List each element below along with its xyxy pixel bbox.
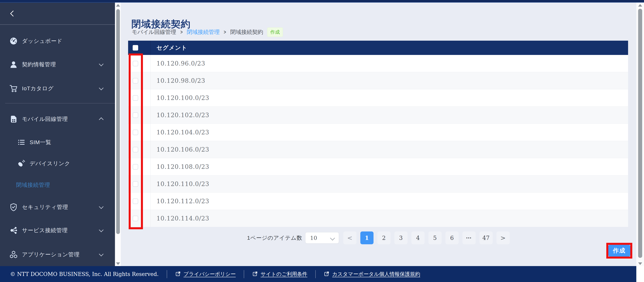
breadcrumb-separator: > (180, 29, 182, 35)
scrollbar-thumb[interactable] (116, 9, 120, 234)
breadcrumb-link[interactable]: 閉域接続管理 (187, 28, 220, 36)
copyright-text: © NTT DOCOMO BUSINESS, Inc. All Rights R… (10, 271, 159, 277)
dashboard-icon (9, 37, 18, 45)
segment-table: セグメント 10.120.96.0/2310.120.98.0/2310.120… (128, 41, 628, 227)
table-body: 10.120.96.0/2310.120.98.0/2310.120.100.0… (128, 55, 628, 227)
breadcrumb-item: モバイル回線管理 (132, 28, 176, 36)
scroll-down-arrow-icon[interactable] (638, 262, 642, 265)
row-checkbox-cell (128, 175, 150, 192)
row-checkbox-cell (128, 107, 150, 124)
page-size-select[interactable]: 10 (305, 232, 339, 243)
row-checkbox[interactable] (133, 181, 138, 187)
pagination-page-47-button[interactable]: 47 (480, 231, 493, 244)
user-icon (9, 60, 18, 69)
row-checkbox-cell (128, 210, 150, 227)
create-status-badge: 作成 (267, 28, 283, 37)
row-checkbox[interactable] (133, 112, 138, 118)
sidebar-item-closed-network[interactable]: 閉域接続管理 (0, 179, 115, 190)
footer-divider (244, 270, 244, 278)
table-row: 10.120.114.0/23 (128, 210, 628, 227)
pagination-page-6-button[interactable]: 6 (446, 231, 458, 244)
scroll-up-arrow-icon[interactable] (638, 4, 642, 7)
sidebar-item-label: 閉域接続管理 (16, 181, 50, 189)
sidebar-item-service-connect[interactable]: サービス接続管理 (0, 225, 115, 236)
row-checkbox[interactable] (133, 164, 138, 170)
footer-link-privacy[interactable]: プライバシーポリシー (175, 271, 236, 277)
row-checkbox-cell (128, 124, 150, 141)
cart-icon (9, 84, 18, 93)
segment-cell: 10.120.98.0/23 (150, 72, 628, 89)
pagination-page-1-button[interactable]: 1 (360, 231, 374, 244)
pagination-ellipsis-button[interactable]: ••• (462, 231, 476, 244)
satellite-icon (17, 159, 26, 168)
segment-cell: 10.120.112.0/23 (150, 193, 628, 210)
segment-cell: 10.120.96.0/23 (150, 55, 628, 72)
create-button[interactable]: 作成 (608, 245, 630, 256)
row-checkbox[interactable] (133, 95, 138, 101)
row-checkbox[interactable] (133, 78, 138, 84)
sidebar-item-sim-list[interactable]: SIM一覧 (0, 137, 115, 148)
sidebar-item-label: SIM一覧 (30, 139, 51, 146)
pagination-page-2-button[interactable]: 2 (377, 231, 390, 244)
sidebar-item-label: 契約情報管理 (22, 61, 56, 68)
sidebar-item-label: アプリケーション管理 (22, 251, 80, 258)
footer-link-label: プライバシーポリシー (184, 271, 236, 277)
footer-link-terms[interactable]: サイトのご利用条件 (252, 271, 307, 277)
row-checkbox[interactable] (133, 130, 138, 135)
chevron-down-icon (99, 86, 104, 90)
pagination: 1ページのアイテム数 10 <123456•••47> (247, 231, 510, 244)
sidebar-item-contract-info[interactable]: 契約情報管理 (0, 59, 115, 70)
footer-link-personal-info[interactable]: カスタマーポータル個人情報保護規約 (324, 271, 420, 277)
sidebar-item-label: サービス接続管理 (22, 227, 68, 234)
sidebar-item-mobile-line[interactable]: モバイル回線管理 (0, 114, 115, 125)
scroll-up-arrow-icon[interactable] (116, 4, 120, 7)
sidebar-item-security[interactable]: セキュリティ管理 (0, 202, 115, 213)
segment-cell: 10.120.110.0/23 (150, 175, 628, 192)
sidebar-item-application[interactable]: アプリケーション管理 (0, 249, 115, 260)
app-window: ダッシュボード 契約情報管理 IoTカタログ モバイル回線管理 (0, 0, 644, 282)
row-checkbox-cell (128, 141, 150, 158)
row-checkbox-cell (128, 72, 150, 89)
external-link-icon (175, 271, 181, 277)
content-scrollbar-left (115, 3, 121, 266)
row-checkbox[interactable] (133, 147, 138, 152)
pagination-page-4-button[interactable]: 4 (412, 231, 424, 244)
pagination-page-3-button[interactable]: 3 (394, 231, 408, 244)
breadcrumb-item: 閉域接続契約 (230, 28, 263, 36)
select-all-checkbox[interactable] (133, 45, 138, 51)
sidebar-collapse-button[interactable] (10, 11, 16, 17)
pagination-next-button[interactable]: > (496, 231, 510, 244)
list-icon (17, 138, 26, 147)
scrollbar-thumb[interactable] (638, 9, 642, 258)
sidebar-divider (5, 103, 115, 103)
sidebar-item-dashboard[interactable]: ダッシュボード (0, 36, 115, 47)
segment-cell: 10.120.102.0/23 (150, 107, 628, 124)
row-checkbox[interactable] (133, 198, 138, 204)
segment-cell: 10.120.104.0/23 (150, 124, 628, 141)
page-button-list: <123456•••47> (343, 231, 510, 244)
footer: © NTT DOCOMO BUSINESS, Inc. All Rights R… (0, 266, 636, 282)
window-scrollbar-right (636, 3, 644, 266)
chevron-up-icon (99, 117, 104, 122)
annotation-red-box-create: 作成 (606, 243, 632, 258)
breadcrumb-separator: > (224, 29, 226, 35)
footer-link-label: サイトのご利用条件 (260, 271, 307, 277)
sidebar-item-label: デバイスリンク (30, 160, 70, 167)
row-checkbox[interactable] (133, 216, 138, 221)
sidebar-item-iot-catalog[interactable]: IoTカタログ (0, 83, 115, 94)
chevron-down-icon (99, 252, 104, 256)
pagination-prev-button[interactable]: < (343, 231, 356, 244)
sidebar-item-label: モバイル回線管理 (22, 115, 68, 123)
row-checkbox-cell (128, 193, 150, 210)
chevron-down-icon (99, 228, 104, 232)
pagination-page-5-button[interactable]: 5 (428, 231, 442, 244)
table-row: 10.120.108.0/23 (128, 158, 628, 175)
table-row: 10.120.98.0/23 (128, 72, 628, 89)
scroll-down-arrow-icon[interactable] (116, 262, 120, 265)
network-icon (9, 226, 18, 235)
row-checkbox[interactable] (133, 61, 138, 66)
external-link-icon (324, 271, 330, 277)
sidebar-item-device-link[interactable]: デバイスリンク (0, 158, 115, 169)
table-row: 10.120.106.0/23 (128, 141, 628, 158)
segment-cell: 10.120.100.0/23 (150, 89, 628, 106)
